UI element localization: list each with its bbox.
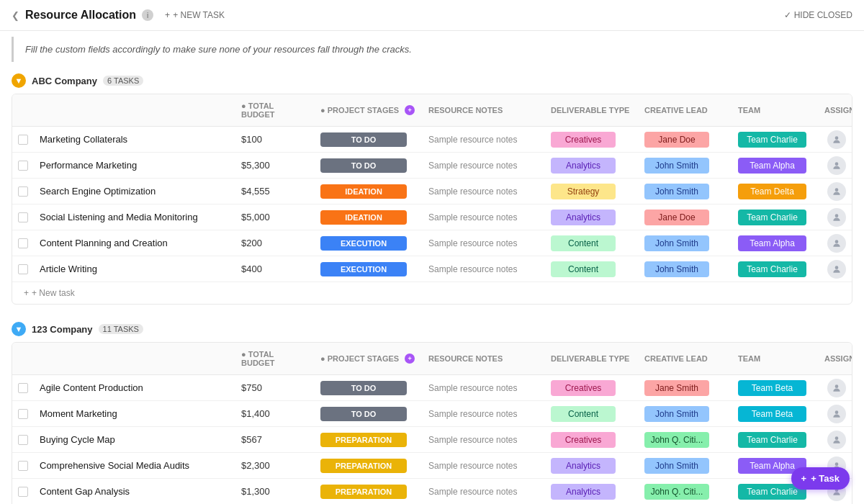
team-cell-0[interactable]: Team Charlie	[732, 129, 819, 150]
team-cell-4[interactable]: Team Alpha	[732, 233, 819, 254]
deliverable-badge-1[interactable]: Analytics	[551, 158, 616, 174]
back-icon[interactable]: ❮	[12, 10, 19, 21]
lead-cell-0[interactable]: Jane Doe	[639, 129, 732, 150]
lead-badge-2[interactable]: John Q. Citi...	[644, 432, 709, 448]
task-checkbox-3[interactable]	[18, 212, 28, 222]
deliverable-badge-5[interactable]: Content	[551, 261, 616, 277]
stage-badge-1[interactable]: TO DO	[320, 158, 407, 173]
task-checkbox-4[interactable]	[18, 487, 28, 497]
assignee-cell-1[interactable]	[819, 153, 852, 178]
team-cell-1[interactable]: Team Beta	[732, 403, 819, 425]
assignee-icon-4[interactable]	[827, 234, 846, 253]
team-cell-0[interactable]: Team Beta	[732, 377, 819, 399]
stage-badge-3[interactable]: IDEATION	[320, 210, 407, 225]
deliverable-badge-2[interactable]: Strategy	[551, 184, 616, 199]
stage-cell-5[interactable]: EXECUTION	[315, 259, 423, 279]
team-badge-2[interactable]: Team Delta	[738, 184, 806, 199]
lead-cell-5[interactable]: John Smith	[639, 258, 732, 280]
deliverable-badge-3[interactable]: Analytics	[551, 210, 616, 225]
assignee-icon-1[interactable]	[827, 405, 846, 423]
team-badge-3[interactable]: Team Charlie	[738, 210, 806, 225]
assignee-cell-4[interactable]	[819, 231, 852, 256]
lead-cell-3[interactable]: Jane Doe	[639, 207, 732, 228]
assignee-cell-5[interactable]	[819, 257, 852, 282]
assignee-icon-1[interactable]	[827, 156, 846, 175]
deliverable-cell-1[interactable]: Analytics	[545, 155, 639, 176]
team-badge-4[interactable]: Team Alpha	[738, 235, 806, 251]
stage-badge-4[interactable]: EXECUTION	[320, 236, 407, 251]
assignee-cell-2[interactable]	[819, 428, 852, 452]
assignee-cell-3[interactable]	[819, 205, 852, 230]
stage-cell-4[interactable]: PREPARATION	[315, 482, 423, 502]
stage-badge-3[interactable]: PREPARATION	[320, 459, 407, 473]
lead-cell-4[interactable]: John Q. Citi...	[639, 481, 732, 503]
assignee-cell-0[interactable]	[819, 127, 852, 152]
stage-badge-0[interactable]: TO DO	[320, 381, 407, 395]
lead-badge-4[interactable]: John Q. Citi...	[644, 484, 709, 500]
lead-cell-2[interactable]: John Q. Citi...	[639, 429, 732, 451]
stage-badge-0[interactable]: TO DO	[320, 132, 407, 147]
lead-badge-3[interactable]: Jane Doe	[644, 210, 709, 225]
lead-badge-0[interactable]: Jane Smith	[644, 380, 709, 396]
deliverable-badge-4[interactable]: Content	[551, 235, 616, 251]
lead-cell-0[interactable]: Jane Smith	[639, 377, 732, 399]
deliverable-cell-3[interactable]: Analytics	[545, 455, 639, 477]
stage-cell-1[interactable]: TO DO	[315, 156, 423, 176]
task-checkbox-3[interactable]	[18, 461, 28, 471]
stage-cell-3[interactable]: IDEATION	[315, 207, 423, 228]
team-badge-1[interactable]: Team Beta	[738, 406, 806, 422]
deliverable-cell-3[interactable]: Analytics	[545, 207, 639, 228]
lead-cell-2[interactable]: John Smith	[639, 181, 732, 202]
lead-badge-4[interactable]: John Smith	[644, 235, 709, 251]
stage-cell-2[interactable]: IDEATION	[315, 181, 423, 202]
deliverable-badge-0[interactable]: Creatives	[551, 132, 616, 148]
lead-badge-2[interactable]: John Smith	[644, 184, 709, 199]
team-cell-2[interactable]: Team Delta	[732, 181, 819, 202]
lead-badge-1[interactable]: John Smith	[644, 158, 709, 174]
deliverable-cell-2[interactable]: Strategy	[545, 181, 639, 202]
plus-task-button[interactable]: + + Task	[791, 467, 850, 490]
assignee-icon-0[interactable]	[827, 379, 846, 397]
task-checkbox-5[interactable]	[18, 264, 28, 274]
assignee-cell-1[interactable]	[819, 402, 852, 426]
team-badge-0[interactable]: Team Charlie	[738, 132, 806, 148]
task-checkbox-4[interactable]	[18, 238, 28, 248]
stage-badge-2[interactable]: IDEATION	[320, 184, 407, 199]
deliverable-badge-1[interactable]: Content	[551, 406, 616, 422]
new-task-button[interactable]: + + NEW TASK	[159, 7, 230, 23]
lead-badge-1[interactable]: John Smith	[644, 406, 709, 422]
task-checkbox-1[interactable]	[18, 161, 28, 171]
team-cell-5[interactable]: Team Charlie	[732, 258, 819, 280]
deliverable-cell-0[interactable]: Creatives	[545, 377, 639, 399]
hide-closed-btn[interactable]: ✓ HIDE CLOSED	[784, 10, 852, 20]
lead-cell-4[interactable]: John Smith	[639, 233, 732, 254]
team-badge-0[interactable]: Team Beta	[738, 380, 806, 396]
stage-badge-4[interactable]: PREPARATION	[320, 485, 407, 499]
team-badge-2[interactable]: Team Charlie	[738, 432, 806, 448]
assignee-cell-2[interactable]	[819, 179, 852, 204]
deliverable-cell-2[interactable]: Creatives	[545, 429, 639, 451]
task-checkbox-0[interactable]	[18, 135, 28, 145]
deliverable-cell-5[interactable]: Content	[545, 258, 639, 280]
lead-badge-5[interactable]: John Smith	[644, 261, 709, 277]
stage-cell-3[interactable]: PREPARATION	[315, 456, 423, 476]
task-checkbox-1[interactable]	[18, 409, 28, 419]
team-badge-5[interactable]: Team Charlie	[738, 261, 806, 277]
stage-cell-1[interactable]: TO DO	[315, 404, 423, 424]
assignee-icon-2[interactable]	[827, 431, 846, 449]
stage-badge-1[interactable]: TO DO	[320, 407, 407, 421]
lead-cell-1[interactable]: John Smith	[639, 155, 732, 176]
deliverable-cell-4[interactable]: Content	[545, 233, 639, 254]
team-cell-2[interactable]: Team Charlie	[732, 429, 819, 451]
assignee-cell-0[interactable]	[819, 376, 852, 400]
stage-cell-0[interactable]: TO DO	[315, 378, 423, 398]
deliverable-badge-3[interactable]: Analytics	[551, 458, 616, 474]
deliverable-badge-4[interactable]: Analytics	[551, 484, 616, 500]
task-checkbox-2[interactable]	[18, 186, 28, 197]
deliverable-cell-0[interactable]: Creatives	[545, 129, 639, 150]
deliverable-cell-4[interactable]: Analytics	[545, 481, 639, 503]
task-checkbox-0[interactable]	[18, 383, 28, 393]
team-cell-1[interactable]: Team Alpha	[732, 155, 819, 176]
group-toggle-abc[interactable]: ▼	[12, 73, 26, 88]
deliverable-badge-0[interactable]: Creatives	[551, 380, 616, 396]
